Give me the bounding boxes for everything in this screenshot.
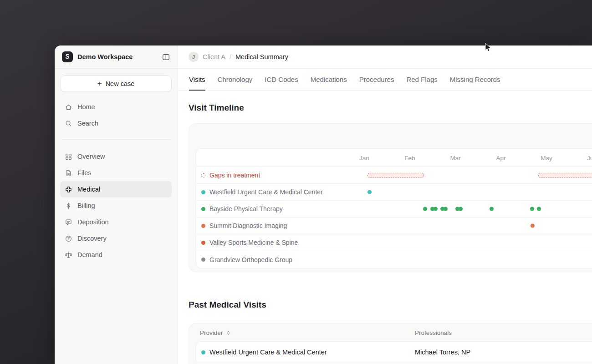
past-visits-section-title: Past Medical Visits [189, 298, 592, 311]
visit-timeline-card: JanFebMarAprMayJun Gaps in treatmentWest… [189, 123, 592, 272]
timeline-row-label: Valley Sports Medicine & Spine [209, 239, 298, 246]
provider-dot-icon [201, 224, 205, 228]
tab-procedures[interactable]: Procedures [359, 69, 394, 91]
tab-icd-codes[interactable]: ICD Codes [265, 69, 298, 91]
sidebar-item-files[interactable]: Files [60, 165, 172, 181]
timeline-row-westfield-urgent-care-medical-center: Westfield Urgent Care & Medical Center [196, 184, 592, 201]
provider-dot-icon [201, 258, 205, 262]
sidebar-item-label: Discovery [77, 235, 107, 242]
workspace-logo-icon [62, 51, 73, 62]
tab-chronology[interactable]: Chronology [218, 69, 253, 91]
sidebar-header: Demo Workspace [55, 46, 177, 69]
past-visits-rows: Westfield Urgent Care & Medical CenterMi… [196, 342, 592, 364]
provider-dot-icon [201, 241, 205, 245]
month-tick-label: Mar [450, 154, 460, 161]
sidebar-item-deposition[interactable]: Deposition [60, 214, 172, 230]
provider-dot-icon [201, 207, 205, 211]
sidebar-item-search[interactable]: Search [60, 115, 172, 131]
treatment-gap-pill [367, 173, 424, 178]
medical-cross-icon [65, 186, 72, 193]
timeline-row-bayside-physical-therapy: Bayside Physical Therapy [196, 201, 592, 217]
overview-grid-icon [65, 153, 72, 161]
new-case-label: New case [106, 80, 135, 87]
provider-column-header[interactable]: Provider [200, 329, 231, 336]
search-icon [65, 120, 72, 127]
tab-red-flags[interactable]: Red Flags [406, 69, 437, 91]
past-visits-table-card: Provider Professionals Westfield Urgent … [189, 323, 592, 364]
timeline-row-gaps-in-treatment: Gaps in treatment [196, 167, 592, 184]
workspace-title: Demo Workspace [77, 53, 157, 61]
sidebar-item-overview[interactable]: Overview [60, 148, 172, 165]
breadcrumb: J Client A / Medical Summary [178, 46, 592, 69]
sidebar-item-label: Search [77, 120, 98, 127]
month-tick-label: Jan [359, 154, 369, 161]
visit-point [530, 207, 534, 211]
gap-marker-icon [201, 173, 205, 177]
past-visit-row[interactable]: Westfield Urgent Care & Medical CenterMi… [196, 342, 592, 363]
timeline-row-label: Grandview Orthopedic Group [209, 256, 292, 263]
timeline-row-summit-diagnostic-imaging: Summit Diagnostic Imaging [196, 217, 592, 234]
visit-point [531, 224, 535, 228]
visit-point [444, 207, 448, 211]
provider-name: Westfield Urgent Care & Medical Center [209, 349, 327, 356]
month-tick-label: Feb [404, 154, 415, 161]
month-tick-label: Apr [496, 154, 505, 161]
tab-visits[interactable]: Visits [189, 69, 205, 91]
breadcrumb-client[interactable]: Client A [203, 53, 225, 61]
home-icon [65, 103, 72, 111]
sidebar: Demo Workspace + New case HomeSearch Ove… [55, 46, 178, 364]
sidebar-nav-case: OverviewFilesMedicalBillingDepositionDis… [55, 140, 177, 263]
breadcrumb-page-title: Medical Summary [235, 53, 288, 61]
scales-icon [65, 251, 72, 259]
provider-dot-icon [201, 350, 205, 354]
sidebar-item-discovery[interactable]: Discovery [60, 230, 172, 247]
visit-point [537, 207, 541, 211]
timeline-row-grandview-orthopedic-group: Grandview Orthopedic Group [196, 251, 592, 268]
month-tick-label: Jun [587, 154, 592, 161]
provider-dot-icon [201, 190, 205, 194]
sidebar-item-label: Home [77, 103, 95, 111]
desktop-background: Demo Workspace + New case HomeSearch Ove… [0, 0, 592, 364]
sidebar-item-billing[interactable]: Billing [60, 197, 172, 214]
sidebar-item-label: Billing [77, 202, 95, 209]
new-case-button[interactable]: + New case [60, 76, 172, 92]
visit-point [459, 207, 463, 211]
main-area: J Client A / Medical Summary VisitsChron… [178, 46, 592, 364]
sidebar-item-medical[interactable]: Medical [60, 181, 172, 197]
sidebar-collapse-icon[interactable] [162, 53, 170, 61]
provider-column-label: Provider [200, 329, 223, 336]
page-content: Visit Timeline JanFebMarAprMayJun Gaps i… [178, 91, 592, 364]
timeline-row-label: Westfield Urgent Care & Medical Center [209, 188, 323, 196]
visit-point [434, 207, 438, 211]
timeline-row-label: Summit Diagnostic Imaging [209, 222, 287, 229]
sidebar-item-label: Deposition [77, 218, 109, 226]
sidebar-item-demand[interactable]: Demand [60, 247, 172, 263]
dollar-icon [65, 202, 72, 210]
professionals-value: Michael Torres, NP [415, 349, 470, 356]
sidebar-item-label: Files [77, 169, 92, 177]
sidebar-nav-top: HomeSearch [55, 92, 177, 131]
speech-bubble-icon [65, 218, 72, 226]
sidebar-item-label: Medical [77, 186, 100, 193]
timeline-row-label: Gaps in treatment [209, 172, 260, 179]
sidebar-item-label: Demand [77, 251, 102, 258]
professionals-column-header: Professionals [415, 329, 452, 336]
client-avatar: J [189, 52, 199, 62]
tab-medications[interactable]: Medications [311, 69, 347, 91]
visit-point [423, 207, 427, 211]
tab-missing-records[interactable]: Missing Records [450, 69, 500, 91]
tab-bar: VisitsChronologyICD CodesMedicationsProc… [178, 69, 592, 91]
sort-icon [225, 330, 231, 336]
plus-icon: + [97, 80, 102, 87]
treatment-gap-pill [538, 173, 592, 178]
visit-point [367, 190, 372, 194]
timeline-row-label: Bayside Physical Therapy [209, 205, 283, 212]
visit-point [490, 207, 494, 211]
sidebar-item-home[interactable]: Home [60, 99, 172, 115]
timeline-section-title: Visit Timeline [189, 101, 592, 114]
past-visits-table-header: Provider Professionals [196, 324, 592, 342]
app-window: Demo Workspace + New case HomeSearch Ove… [55, 46, 592, 364]
timeline-row-valley-sports-medicine-spine: Valley Sports Medicine & Spine [196, 234, 592, 251]
file-icon [65, 169, 72, 177]
question-circle-icon [65, 235, 72, 243]
